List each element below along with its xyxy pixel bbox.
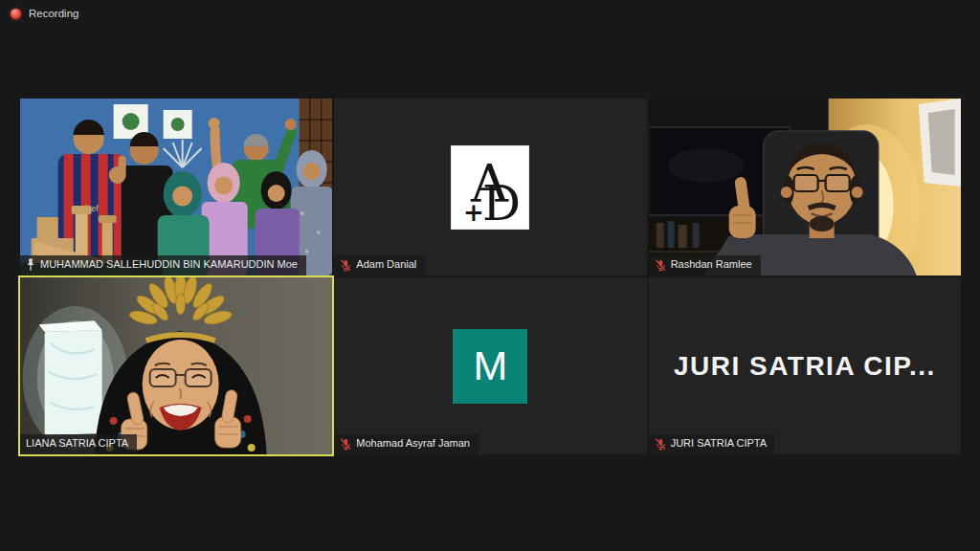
video-tile-liana-satria-cipta[interactable]: LIANA SATRIA CIPTA xyxy=(20,277,332,454)
participant-name: Adam Danial xyxy=(356,258,416,272)
avatar-container: A + D xyxy=(334,99,646,276)
participant-name: LIANA SATRIA CIPTA xyxy=(26,437,128,451)
video-feed-liana xyxy=(20,277,332,454)
participant-name: JURI SATRIA CIPTA xyxy=(671,437,767,451)
video-tile-adam-danial[interactable]: A + D Adam Danial xyxy=(334,99,646,276)
video-feed-family-photo: unicef xyxy=(20,99,332,276)
participant-name-label: LIANA SATRIA CIPTA xyxy=(20,434,137,454)
svg-text:+: + xyxy=(463,198,484,227)
pin-icon xyxy=(26,258,35,272)
video-tile-juri-satria-cipta[interactable]: JURI SATRIA CIP... JURI SATRIA CIPTA xyxy=(649,277,961,454)
participant-name: Rashdan Ramlee xyxy=(671,258,752,272)
muted-mic-icon xyxy=(340,259,351,272)
glowing-lamp xyxy=(39,320,102,435)
participant-name: MUHAMMAD SALLEHUDDIN BIN KAMARUDDIN Moe xyxy=(40,258,298,272)
avatar-container: M xyxy=(334,277,646,454)
participant-name-label: Rashdan Ramlee xyxy=(649,255,761,276)
video-tile-muhammad-sallehuddin[interactable]: unicef xyxy=(20,99,332,276)
video-tile-mohamad-asyraf[interactable]: M Mohamad Asyraf Jaman xyxy=(334,277,646,454)
participant-name-label: JURI SATRIA CIPTA xyxy=(649,434,775,454)
muted-mic-icon xyxy=(655,438,666,451)
participant-name-label: Adam Danial xyxy=(334,255,425,276)
participant-name-label: MUHAMMAD SALLEHUDDIN BIN KAMARUDDIN Moe xyxy=(20,255,306,276)
participant-name-label: Mohamad Asyraf Jaman xyxy=(334,434,479,454)
muted-mic-icon xyxy=(340,438,351,451)
muted-mic-icon xyxy=(655,259,666,272)
video-grid: unicef xyxy=(20,99,961,454)
avatar-monogram: A + D xyxy=(452,146,528,229)
ad-monogram-icon: A + D xyxy=(452,146,528,229)
svg-text:D: D xyxy=(482,176,521,229)
video-tile-rashdan-ramlee[interactable]: Rashdan Ramlee xyxy=(649,99,961,276)
recording-dot-icon xyxy=(11,9,21,19)
participant-display-name: JURI SATRIA CIP... xyxy=(649,277,961,454)
avatar-letter: M xyxy=(453,329,527,404)
video-feed-rashdan xyxy=(649,99,961,276)
recording-indicator[interactable]: Recording xyxy=(11,8,78,19)
participant-name: Mohamad Asyraf Jaman xyxy=(356,437,470,451)
recording-label: Recording xyxy=(29,8,78,19)
